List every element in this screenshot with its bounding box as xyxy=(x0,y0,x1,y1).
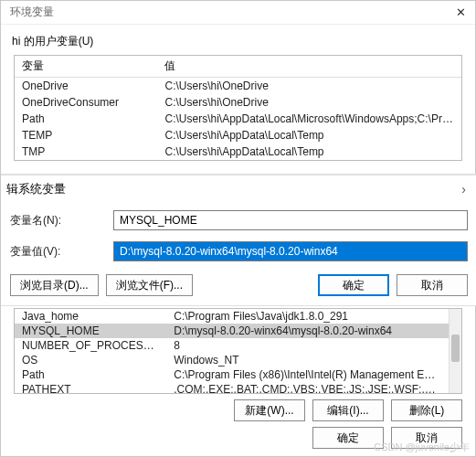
close-icon[interactable]: ✕ xyxy=(456,5,466,19)
user-vars-table[interactable]: 变量 值 OneDriveC:\Users\hi\OneDrive OneDri… xyxy=(14,55,462,161)
col-name[interactable]: 变量 xyxy=(15,56,157,78)
edit-cancel-button[interactable]: 取消 xyxy=(397,274,468,296)
new-button[interactable]: 新建(W)... xyxy=(234,399,305,421)
col-value[interactable]: 值 xyxy=(157,56,461,78)
env-vars-dialog: 环境变量 ✕ hi 的用户变量(U) 变量 值 OneDriveC:\Users… xyxy=(0,0,476,457)
delete-button[interactable]: 删除(L) xyxy=(391,399,462,421)
table-row[interactable]: MYSQL_HOMED:\mysql-8.0.20-winx64\mysql-8… xyxy=(15,324,449,338)
var-name-input[interactable] xyxy=(113,210,468,230)
table-row[interactable]: PATHEXT.COM;.EXE;.BAT;.CMD;.VBS;.VBE;.JS… xyxy=(15,382,449,394)
user-vars-header: hi 的用户变量(U) xyxy=(1,25,475,55)
table-row[interactable]: OneDriveConsumerC:\Users\hi\OneDrive xyxy=(15,94,461,111)
edit-button[interactable]: 编辑(I)... xyxy=(312,399,384,421)
edit-dialog-title: 辑系统变量 xyxy=(6,181,66,197)
edit-ok-button[interactable]: 确定 xyxy=(318,274,389,296)
cancel-button[interactable]: 取消 xyxy=(391,427,462,449)
table-row[interactable]: OSWindows_NT xyxy=(15,353,449,367)
ok-button[interactable]: 确定 xyxy=(312,427,384,449)
scroll-thumb[interactable] xyxy=(451,335,460,362)
chevron-right-icon[interactable]: › xyxy=(461,182,471,197)
table-row[interactable]: TEMPC:\Users\hi\AppData\Local\Temp xyxy=(15,127,461,143)
table-row[interactable]: OneDriveC:\Users\hi\OneDrive xyxy=(15,78,461,95)
browse-dir-button[interactable]: 浏览目录(D)... xyxy=(10,274,99,296)
browse-file-button[interactable]: 浏览文件(F)... xyxy=(106,274,193,296)
scrollbar[interactable] xyxy=(449,309,461,393)
table-row[interactable]: NUMBER_OF_PROCESSORS8 xyxy=(15,338,449,353)
var-value-input[interactable] xyxy=(113,241,468,261)
table-row[interactable]: Java_homeC:\Program Files\Java\jdk1.8.0_… xyxy=(15,309,449,324)
system-vars-table[interactable]: Java_homeC:\Program Files\Java\jdk1.8.0_… xyxy=(14,308,462,394)
table-row[interactable]: TMPC:\Users\hi\AppData\Local\Temp xyxy=(15,143,461,160)
titlebar[interactable]: 环境变量 ✕ xyxy=(1,1,475,25)
dialog-title: 环境变量 xyxy=(10,5,54,20)
var-name-label: 变量名(N): xyxy=(10,213,97,228)
table-row[interactable]: PathC:\Users\hi\AppData\Local\Microsoft\… xyxy=(15,111,461,127)
edit-system-var-dialog: 辑系统变量 › 变量名(N): 变量值(V): 浏览目录(D)... 浏览文件(… xyxy=(1,175,476,306)
table-row[interactable]: PathC:\Program Files (x86)\Intel\Intel(R… xyxy=(15,367,449,382)
var-value-label: 变量值(V): xyxy=(10,244,97,260)
